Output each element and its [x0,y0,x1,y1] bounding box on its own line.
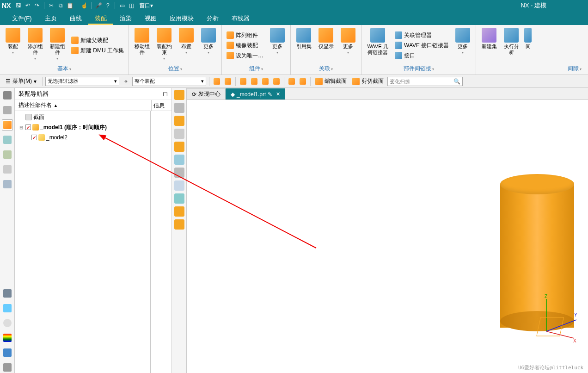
ribbon-group-label[interactable]: 基本 [3,64,126,75]
tab-analysis[interactable]: 分析 [200,12,225,25]
redo-icon[interactable]: ↷ [33,1,41,10]
graphics-canvas[interactable]: Z X Y UG爱好者论坛@littleluck [187,100,588,373]
color-icon[interactable] [2,332,13,343]
cut-icon[interactable]: ✂ [47,1,55,10]
render-icon[interactable] [2,303,13,314]
sel-tool-6[interactable] [272,77,281,86]
ribbon-group-label[interactable]: 部件间链接 [364,64,473,75]
new-set-button[interactable]: 新建集 [479,27,499,64]
sel-tool-4[interactable] [250,77,259,86]
wave-interface-linker-button[interactable]: WAVE 接口链接器 [393,41,451,50]
checkbox-checked-icon[interactable]: ✔ [25,124,31,130]
tab-routing[interactable]: 布线器 [225,12,256,25]
gtool-4[interactable] [174,129,184,139]
undo-icon[interactable]: ↶ [24,1,32,10]
gtool-3[interactable] [174,116,184,126]
pattern-component-button[interactable]: 阵列组件 [225,31,265,40]
close-icon[interactable]: ✕ [276,91,280,97]
copy-icon[interactable]: ⧉ [56,1,65,10]
gtool-11[interactable] [174,219,184,230]
run-analysis-button[interactable]: 执行分析 [501,27,521,64]
tools-icon[interactable] [2,362,13,373]
browser-icon[interactable] [2,179,13,190]
nav-col-name[interactable]: 描述性部件名 ▲ [15,100,151,111]
add-component-button[interactable]: 添加组件▾ [25,27,45,64]
search-icon[interactable]: 🔍 [453,78,460,85]
arrangement-button[interactable]: 布置▾ [176,27,196,64]
menu-button[interactable]: ☰ 菜单(M) ▾ [3,76,39,86]
relation-manager-button[interactable]: 关联管理器 [393,31,451,40]
edit-section-button[interactable]: 编辑截面 [313,76,349,86]
mic-icon[interactable]: 🎤 [94,1,103,10]
cut-section-button[interactable]: 剪切截面 [350,76,386,86]
move-component-button[interactable]: 移动组件 [132,27,152,64]
tree-root-row[interactable]: ⊟ ✔ _model1 (顺序：时间顺序) [15,122,151,132]
measure-icon[interactable] [2,347,13,358]
sel-tool-3[interactable] [239,77,248,86]
constraint-nav-icon[interactable] [2,134,13,145]
layout2-icon[interactable]: ◫ [127,1,135,10]
wave-geom-linker-button[interactable]: WAVE 几何链接器 [364,27,391,64]
more-interpart-button[interactable]: 更多▾ [453,27,473,64]
gtool-8[interactable] [174,180,184,191]
tab-model1[interactable]: ◆ _model1.prt ✎ ✕ [226,88,285,99]
more-position-button[interactable]: 更多▾ [198,27,219,64]
nav-pin-icon[interactable]: ◻ [163,90,168,97]
tab-view[interactable]: 视图 [138,12,163,25]
tree-section-row[interactable]: 截面 [15,112,151,122]
command-search-input[interactable] [390,79,453,84]
selection-scope-combo[interactable]: 整个装配▾ [132,77,206,86]
hd3d-icon[interactable] [2,164,13,175]
part-nav-icon[interactable] [2,105,13,116]
reference-set-button[interactable]: 引用集 [294,27,314,64]
gtool-9[interactable] [174,193,184,204]
new-parent-assembly-button[interactable]: 新建父装配 [69,36,126,45]
tab-render[interactable]: 渲染 [113,12,138,25]
checkbox-checked-icon[interactable]: ✔ [31,135,37,140]
mirror-assembly-button[interactable]: 镜像装配 [225,41,265,50]
gtool-10[interactable] [174,206,184,217]
gtool-1[interactable] [174,90,184,100]
sel-tool-1[interactable] [212,77,221,86]
layout1-icon[interactable]: ▭ [118,1,126,10]
reuse-lib-icon[interactable] [2,149,13,160]
paste-icon[interactable]: 📋 [66,1,74,10]
tab-curve[interactable]: 曲线 [63,12,88,25]
new-dmu-workset-button[interactable]: 新建 DMU 工作集 [69,46,126,56]
ribbon-group-label[interactable]: 关联 [294,64,358,75]
gtool-2[interactable] [174,103,184,113]
window-menu[interactable]: 窗口 ▾ [139,2,153,10]
clearance-button[interactable]: 间 [523,27,533,64]
assembly-button[interactable]: 装配▾ [3,27,23,64]
sel-tool-5[interactable] [261,77,270,86]
tab-assembly[interactable]: 装配 [88,12,113,25]
touch-icon[interactable]: ☝ [80,1,88,10]
command-search[interactable]: 🔍 [387,77,463,86]
nav-col-info[interactable]: 信息 [151,100,172,111]
new-component-button[interactable]: 新建组件▾ [47,27,67,64]
gtool-7[interactable] [174,168,184,178]
tree-child-row[interactable]: ✔ _model2 [15,132,151,143]
collapse-icon[interactable]: ⊟ [18,125,24,130]
sel-tool-2[interactable] [223,77,233,86]
filter-icon[interactable]: ⌖ [121,77,130,86]
gear-icon[interactable] [2,90,13,101]
gtool-5[interactable] [174,142,184,152]
selection-filter-combo[interactable]: 无选择过滤器▾ [45,77,119,86]
help-icon[interactable]: ? [104,1,112,10]
tab-file[interactable]: 文件(F) [6,12,38,25]
interface-button[interactable]: 接口 [393,51,451,61]
more-component-button[interactable]: 更多▾ [267,27,288,64]
save-icon[interactable]: 🖫 [14,1,23,10]
tab-appmodule[interactable]: 应用模块 [163,12,200,25]
more-relate-button[interactable]: 更多▾ [338,27,358,64]
make-unique-button[interactable]: 设为唯一… [225,51,265,61]
ribbon-group-label[interactable]: 间隙 [479,64,585,75]
gtool-6[interactable] [174,155,184,165]
ribbon-group-label[interactable]: 组件 [225,64,288,75]
tab-home[interactable]: 主页 [38,12,63,25]
sel-tool-7[interactable] [287,77,296,86]
assembly-nav-icon[interactable] [2,119,13,131]
show-only-button[interactable]: 仅显示 [316,27,336,64]
sel-tool-8[interactable] [298,77,307,86]
